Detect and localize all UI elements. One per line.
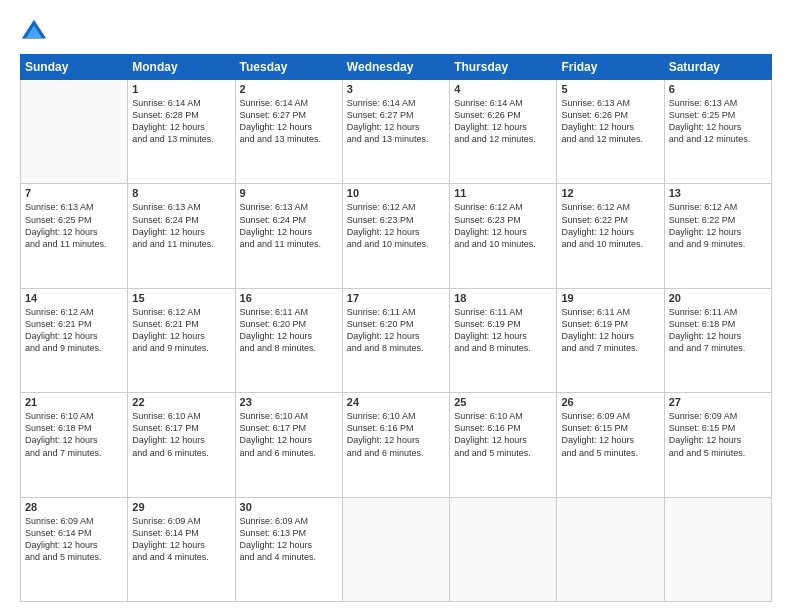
daylight-line2: and and 5 minutes.: [561, 447, 659, 459]
calendar-cell: 5Sunrise: 6:13 AMSunset: 6:26 PMDaylight…: [557, 80, 664, 184]
day-info: Sunrise: 6:12 AMSunset: 6:22 PMDaylight:…: [669, 201, 767, 250]
daylight-line2: and and 11 minutes.: [25, 238, 123, 250]
logo: [20, 18, 52, 46]
daylight-line1: Daylight: 12 hours: [25, 330, 123, 342]
calendar-week-4: 21Sunrise: 6:10 AMSunset: 6:18 PMDayligh…: [21, 393, 772, 497]
day-info: Sunrise: 6:09 AMSunset: 6:15 PMDaylight:…: [669, 410, 767, 459]
day-info: Sunrise: 6:14 AMSunset: 6:26 PMDaylight:…: [454, 97, 552, 146]
day-number: 15: [132, 292, 230, 304]
day-number: 5: [561, 83, 659, 95]
weekday-header-monday: Monday: [128, 55, 235, 80]
sunrise-text: Sunrise: 6:09 AM: [669, 410, 767, 422]
sunrise-text: Sunrise: 6:12 AM: [347, 201, 445, 213]
day-info: Sunrise: 6:11 AMSunset: 6:20 PMDaylight:…: [240, 306, 338, 355]
day-number: 16: [240, 292, 338, 304]
day-info: Sunrise: 6:10 AMSunset: 6:16 PMDaylight:…: [454, 410, 552, 459]
sunset-text: Sunset: 6:20 PM: [240, 318, 338, 330]
daylight-line2: and and 7 minutes.: [669, 342, 767, 354]
day-number: 29: [132, 501, 230, 513]
daylight-line1: Daylight: 12 hours: [347, 330, 445, 342]
sunrise-text: Sunrise: 6:09 AM: [561, 410, 659, 422]
sunset-text: Sunset: 6:25 PM: [669, 109, 767, 121]
calendar-cell: 24Sunrise: 6:10 AMSunset: 6:16 PMDayligh…: [342, 393, 449, 497]
weekday-header-thursday: Thursday: [450, 55, 557, 80]
daylight-line1: Daylight: 12 hours: [347, 121, 445, 133]
day-number: 25: [454, 396, 552, 408]
calendar-cell: 12Sunrise: 6:12 AMSunset: 6:22 PMDayligh…: [557, 184, 664, 288]
sunset-text: Sunset: 6:13 PM: [240, 527, 338, 539]
day-number: 27: [669, 396, 767, 408]
calendar-cell: 10Sunrise: 6:12 AMSunset: 6:23 PMDayligh…: [342, 184, 449, 288]
calendar-cell: 3Sunrise: 6:14 AMSunset: 6:27 PMDaylight…: [342, 80, 449, 184]
sunrise-text: Sunrise: 6:13 AM: [25, 201, 123, 213]
day-number: 12: [561, 187, 659, 199]
day-number: 7: [25, 187, 123, 199]
daylight-line2: and and 8 minutes.: [347, 342, 445, 354]
sunset-text: Sunset: 6:23 PM: [454, 214, 552, 226]
sunset-text: Sunset: 6:27 PM: [347, 109, 445, 121]
page: SundayMondayTuesdayWednesdayThursdayFrid…: [0, 0, 792, 612]
calendar-cell: 20Sunrise: 6:11 AMSunset: 6:18 PMDayligh…: [664, 288, 771, 392]
daylight-line2: and and 11 minutes.: [240, 238, 338, 250]
daylight-line1: Daylight: 12 hours: [132, 434, 230, 446]
calendar-cell: 8Sunrise: 6:13 AMSunset: 6:24 PMDaylight…: [128, 184, 235, 288]
daylight-line2: and and 4 minutes.: [240, 551, 338, 563]
sunset-text: Sunset: 6:22 PM: [669, 214, 767, 226]
daylight-line1: Daylight: 12 hours: [561, 434, 659, 446]
sunrise-text: Sunrise: 6:14 AM: [132, 97, 230, 109]
daylight-line1: Daylight: 12 hours: [25, 539, 123, 551]
daylight-line2: and and 10 minutes.: [347, 238, 445, 250]
day-number: 30: [240, 501, 338, 513]
daylight-line1: Daylight: 12 hours: [347, 226, 445, 238]
sunrise-text: Sunrise: 6:12 AM: [669, 201, 767, 213]
day-number: 10: [347, 187, 445, 199]
daylight-line1: Daylight: 12 hours: [669, 121, 767, 133]
daylight-line1: Daylight: 12 hours: [25, 434, 123, 446]
daylight-line2: and and 12 minutes.: [669, 133, 767, 145]
calendar-cell: 23Sunrise: 6:10 AMSunset: 6:17 PMDayligh…: [235, 393, 342, 497]
calendar-cell: 7Sunrise: 6:13 AMSunset: 6:25 PMDaylight…: [21, 184, 128, 288]
calendar-cell: 21Sunrise: 6:10 AMSunset: 6:18 PMDayligh…: [21, 393, 128, 497]
daylight-line1: Daylight: 12 hours: [561, 121, 659, 133]
day-number: 8: [132, 187, 230, 199]
day-info: Sunrise: 6:09 AMSunset: 6:14 PMDaylight:…: [132, 515, 230, 564]
daylight-line1: Daylight: 12 hours: [561, 226, 659, 238]
weekday-header-row: SundayMondayTuesdayWednesdayThursdayFrid…: [21, 55, 772, 80]
daylight-line2: and and 5 minutes.: [454, 447, 552, 459]
day-info: Sunrise: 6:09 AMSunset: 6:13 PMDaylight:…: [240, 515, 338, 564]
daylight-line2: and and 9 minutes.: [669, 238, 767, 250]
day-info: Sunrise: 6:12 AMSunset: 6:23 PMDaylight:…: [347, 201, 445, 250]
day-info: Sunrise: 6:11 AMSunset: 6:18 PMDaylight:…: [669, 306, 767, 355]
daylight-line2: and and 4 minutes.: [132, 551, 230, 563]
daylight-line2: and and 5 minutes.: [669, 447, 767, 459]
sunset-text: Sunset: 6:17 PM: [240, 422, 338, 434]
daylight-line2: and and 5 minutes.: [25, 551, 123, 563]
sunrise-text: Sunrise: 6:12 AM: [132, 306, 230, 318]
sunset-text: Sunset: 6:23 PM: [347, 214, 445, 226]
calendar-cell: 18Sunrise: 6:11 AMSunset: 6:19 PMDayligh…: [450, 288, 557, 392]
sunrise-text: Sunrise: 6:12 AM: [561, 201, 659, 213]
day-info: Sunrise: 6:12 AMSunset: 6:21 PMDaylight:…: [132, 306, 230, 355]
daylight-line1: Daylight: 12 hours: [132, 330, 230, 342]
sunset-text: Sunset: 6:26 PM: [561, 109, 659, 121]
sunrise-text: Sunrise: 6:14 AM: [240, 97, 338, 109]
daylight-line1: Daylight: 12 hours: [454, 434, 552, 446]
sunrise-text: Sunrise: 6:13 AM: [561, 97, 659, 109]
day-number: 26: [561, 396, 659, 408]
calendar-cell: 29Sunrise: 6:09 AMSunset: 6:14 PMDayligh…: [128, 497, 235, 601]
day-info: Sunrise: 6:13 AMSunset: 6:24 PMDaylight:…: [240, 201, 338, 250]
calendar-cell: 26Sunrise: 6:09 AMSunset: 6:15 PMDayligh…: [557, 393, 664, 497]
day-number: 23: [240, 396, 338, 408]
day-info: Sunrise: 6:11 AMSunset: 6:20 PMDaylight:…: [347, 306, 445, 355]
daylight-line1: Daylight: 12 hours: [669, 226, 767, 238]
sunset-text: Sunset: 6:20 PM: [347, 318, 445, 330]
calendar-cell: [21, 80, 128, 184]
day-number: 20: [669, 292, 767, 304]
day-info: Sunrise: 6:13 AMSunset: 6:25 PMDaylight:…: [669, 97, 767, 146]
daylight-line2: and and 6 minutes.: [347, 447, 445, 459]
day-info: Sunrise: 6:11 AMSunset: 6:19 PMDaylight:…: [561, 306, 659, 355]
calendar-cell: 14Sunrise: 6:12 AMSunset: 6:21 PMDayligh…: [21, 288, 128, 392]
daylight-line1: Daylight: 12 hours: [132, 121, 230, 133]
sunrise-text: Sunrise: 6:13 AM: [240, 201, 338, 213]
sunset-text: Sunset: 6:16 PM: [347, 422, 445, 434]
